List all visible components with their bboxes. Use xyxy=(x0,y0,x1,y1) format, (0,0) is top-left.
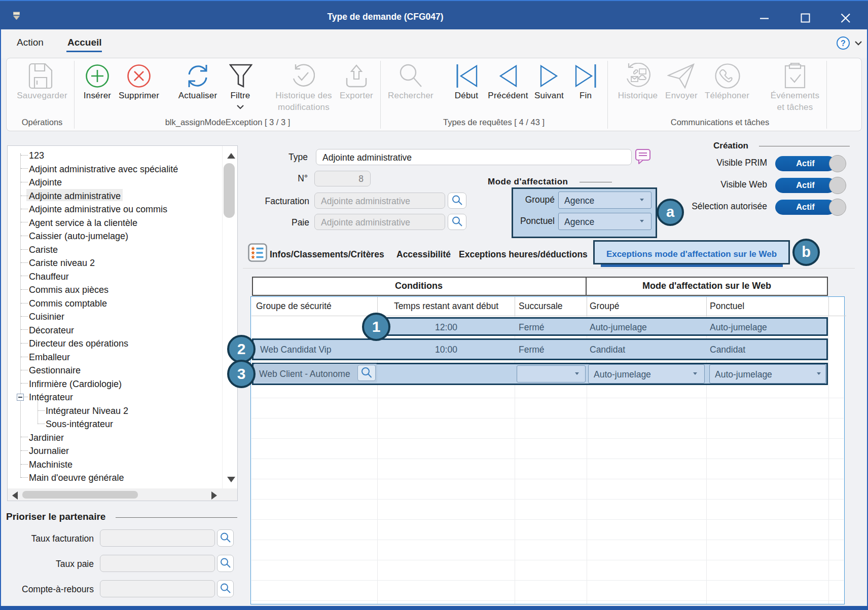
svg-text:?: ? xyxy=(841,39,846,48)
